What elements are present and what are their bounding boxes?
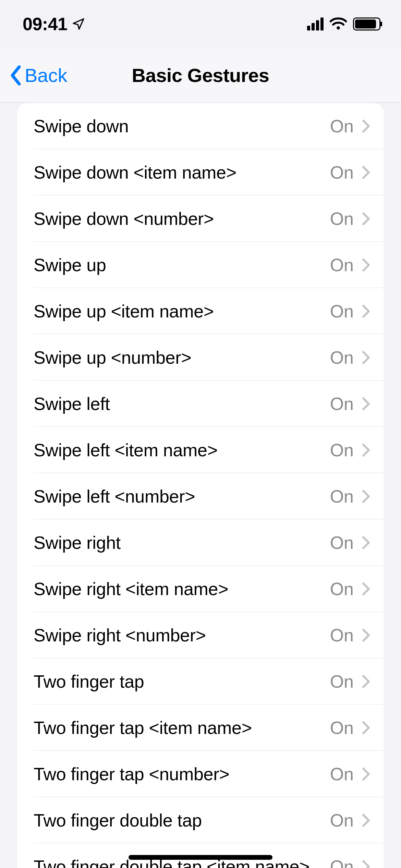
back-button[interactable]: Back — [9, 48, 68, 103]
chevron-right-icon — [362, 119, 370, 133]
chevron-right-icon — [362, 212, 370, 226]
row-value: On — [330, 301, 354, 322]
row-value: On — [330, 671, 354, 692]
cellular-icon — [307, 17, 324, 31]
settings-row[interactable]: Swipe downOn — [17, 103, 384, 149]
settings-row[interactable]: Two finger double tapOn — [17, 797, 384, 843]
settings-row[interactable]: Two finger tap <number>On — [17, 751, 384, 797]
row-label: Swipe right <item name> — [34, 579, 330, 599]
chevron-left-icon — [9, 65, 23, 86]
chevron-right-icon — [362, 813, 370, 827]
row-label: Swipe up <item name> — [34, 301, 330, 322]
row-label: Two finger tap <number> — [34, 764, 330, 784]
row-label: Swipe left — [34, 394, 330, 414]
row-value: On — [330, 162, 354, 183]
chevron-right-icon — [362, 536, 370, 550]
settings-row[interactable]: Swipe upOn — [17, 242, 384, 288]
settings-row[interactable]: Swipe down <number>On — [17, 195, 384, 242]
settings-row[interactable]: Swipe down <item name>On — [17, 149, 384, 195]
chevron-right-icon — [362, 582, 370, 596]
row-value: On — [330, 394, 354, 414]
chevron-right-icon — [362, 166, 370, 179]
row-label: Swipe down <number> — [34, 208, 330, 229]
row-value: On — [330, 255, 354, 275]
row-value: On — [330, 625, 354, 646]
row-value: On — [330, 764, 354, 784]
row-label: Two finger tap <item name> — [34, 718, 330, 738]
chevron-right-icon — [362, 767, 370, 781]
chevron-right-icon — [362, 304, 370, 318]
home-indicator[interactable] — [129, 855, 272, 860]
row-value: On — [330, 116, 354, 136]
row-value: On — [330, 810, 354, 831]
chevron-right-icon — [362, 721, 370, 735]
nav-header: Back Basic Gestures — [0, 48, 401, 103]
chevron-right-icon — [362, 490, 370, 503]
row-label: Swipe down — [34, 116, 330, 136]
location-icon — [72, 17, 85, 31]
settings-row[interactable]: Two finger tapOn — [17, 658, 384, 704]
status-bar: 09:41 — [0, 0, 401, 48]
wifi-icon — [330, 17, 347, 31]
row-value: On — [330, 579, 354, 599]
battery-icon — [353, 17, 380, 31]
row-value: On — [330, 532, 354, 553]
chevron-right-icon — [362, 397, 370, 411]
settings-row[interactable]: Swipe right <item name>On — [17, 566, 384, 612]
settings-row[interactable]: Swipe up <number>On — [17, 334, 384, 381]
settings-row[interactable]: Swipe rightOn — [17, 519, 384, 566]
settings-row[interactable]: Swipe left <item name>On — [17, 427, 384, 473]
svg-point-0 — [337, 26, 340, 30]
settings-row[interactable]: Swipe up <item name>On — [17, 288, 384, 334]
row-label: Swipe left <number> — [34, 486, 330, 507]
settings-row[interactable]: Swipe right <number>On — [17, 612, 384, 658]
settings-row[interactable]: Swipe leftOn — [17, 381, 384, 427]
settings-row[interactable]: Swipe left <number>On — [17, 473, 384, 519]
settings-row[interactable]: Two finger tap <item name>On — [17, 704, 384, 751]
row-label: Swipe up <number> — [34, 347, 330, 368]
row-label: Two finger tap — [34, 671, 330, 692]
row-value: On — [330, 718, 354, 738]
page-title: Basic Gestures — [132, 64, 269, 86]
status-left: 09:41 — [23, 14, 85, 34]
chevron-right-icon — [362, 860, 370, 868]
content-scroll[interactable]: Swipe downOnSwipe down <item name>OnSwip… — [0, 103, 401, 868]
row-label: Swipe down <item name> — [34, 162, 330, 183]
back-label: Back — [25, 64, 68, 86]
chevron-right-icon — [362, 351, 370, 364]
chevron-right-icon — [362, 258, 370, 272]
row-value: On — [330, 347, 354, 368]
row-value: On — [330, 486, 354, 507]
row-label: Two finger double tap — [34, 810, 330, 831]
status-right — [307, 17, 380, 31]
row-label: Swipe up — [34, 255, 330, 275]
chevron-right-icon — [362, 443, 370, 457]
row-label: Swipe left <item name> — [34, 440, 330, 460]
status-time: 09:41 — [23, 14, 68, 34]
row-value: On — [330, 440, 354, 460]
chevron-right-icon — [362, 628, 370, 642]
row-label: Swipe right <number> — [34, 625, 330, 646]
row-value: On — [330, 856, 354, 868]
row-label: Swipe right — [34, 532, 330, 553]
settings-group: Swipe downOnSwipe down <item name>OnSwip… — [17, 103, 384, 868]
row-value: On — [330, 208, 354, 229]
chevron-right-icon — [362, 675, 370, 688]
